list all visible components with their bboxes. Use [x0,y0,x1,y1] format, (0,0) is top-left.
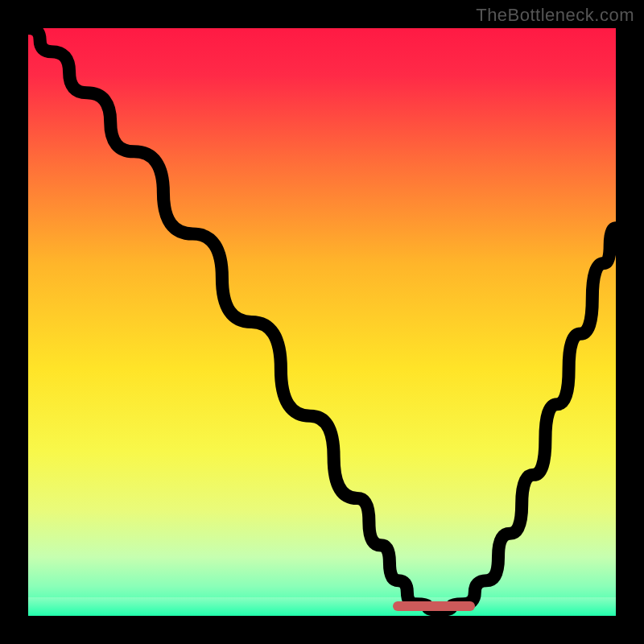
watermark-text: TheBottleneck.com [476,5,634,26]
curve-layer [28,28,616,616]
chart-frame: TheBottleneck.com [0,0,644,644]
optimal-range-marker [393,601,475,611]
plot-area [28,28,616,616]
bottleneck-curve [28,28,616,610]
